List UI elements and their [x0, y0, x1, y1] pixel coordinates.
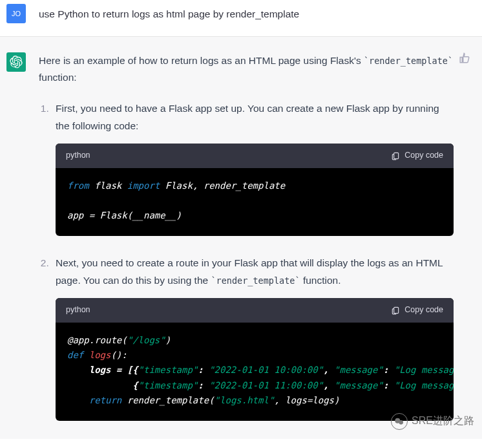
user-message-text: use Python to return logs as html page b… — [39, 4, 454, 23]
steps-list: First, you need to have a Flask app set … — [39, 100, 454, 421]
watermark: SRE进阶之路 — [391, 413, 474, 430]
code-header: python Copy code — [56, 144, 454, 168]
step-1-text: First, you need to have a Flask app set … — [56, 103, 439, 131]
user-message-row: JO use Python to return logs as html pag… — [0, 0, 482, 37]
copy-code-label: Copy code — [404, 303, 443, 317]
user-avatar-text: JO — [12, 10, 21, 17]
assistant-message-content: Here is an example of how to return logs… — [39, 52, 454, 439]
inline-code: `render_template` — [364, 56, 453, 66]
step-2-text-post: function. — [300, 275, 341, 286]
copy-code-button[interactable]: Copy code — [391, 303, 443, 317]
svg-point-3 — [399, 420, 403, 425]
assistant-message-row: Here is an example of how to return logs… — [0, 37, 482, 439]
inline-code: `render_template` — [211, 275, 300, 286]
svg-rect-1 — [394, 308, 399, 314]
code-block-2: python Copy code @app.route("/logs") def… — [56, 298, 454, 420]
code-lang-label: python — [66, 149, 90, 163]
clipboard-icon — [391, 306, 400, 315]
step-2: Next, you need to create a route in your… — [52, 254, 454, 421]
wechat-icon — [391, 413, 408, 430]
code-block-1: python Copy code from flask import Flask… — [56, 144, 454, 236]
code-content-2[interactable]: @app.route("/logs") def logs(): logs = [… — [56, 323, 454, 420]
openai-logo-icon — [10, 56, 23, 69]
copy-code-label: Copy code — [404, 149, 443, 163]
assistant-intro: Here is an example of how to return logs… — [39, 52, 454, 87]
svg-rect-0 — [394, 153, 399, 158]
feedback-column — [459, 52, 476, 67]
assistant-avatar — [6, 52, 26, 72]
code-content-1[interactable]: from flask import Flask, render_template… — [56, 168, 454, 236]
step-1: First, you need to have a Flask app set … — [52, 100, 454, 236]
watermark-text: SRE进阶之路 — [412, 414, 474, 428]
clipboard-icon — [391, 151, 400, 160]
copy-code-button[interactable]: Copy code — [391, 149, 443, 163]
user-avatar: JO — [6, 4, 26, 23]
code-header: python Copy code — [56, 298, 454, 323]
code-lang-label: python — [66, 303, 90, 317]
thumbs-up-icon[interactable] — [459, 52, 470, 64]
